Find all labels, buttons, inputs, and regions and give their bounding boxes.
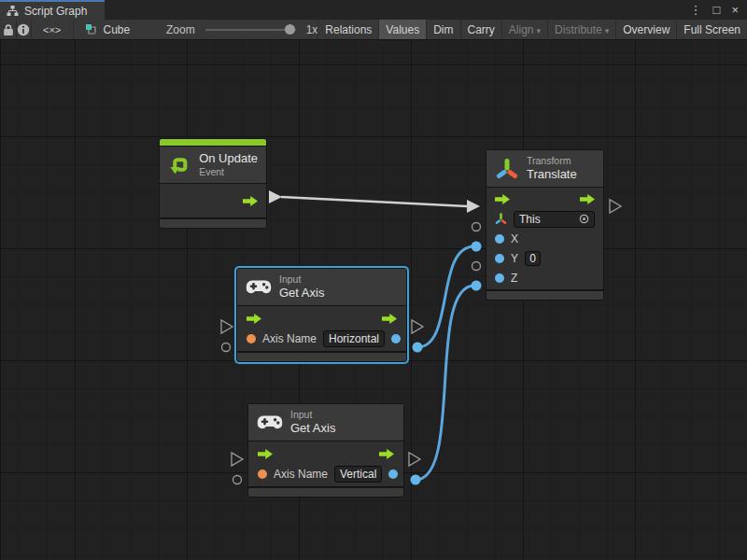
toolbar-button-dim[interactable]: Dim (426, 20, 459, 39)
node-get-axis-vertical[interactable]: Input Get Axis Axis Name V (247, 403, 404, 497)
node-subtitle: Transform (527, 155, 577, 167)
align-label: Align (509, 23, 534, 36)
flow-wire[interactable] (281, 197, 467, 206)
lock-icon (3, 23, 14, 36)
flow-wire-end-arrow (467, 200, 480, 213)
toolbar-button-values[interactable]: Values (378, 20, 426, 39)
port-triangle-getaxis-h-exit[interactable] (412, 320, 423, 333)
lock-button[interactable] (0, 20, 17, 39)
port-triangle-getaxis-h-enter[interactable] (221, 320, 233, 333)
node-footer (160, 219, 266, 228)
axis-name-value: Vertical (340, 468, 376, 481)
graph-canvas[interactable]: On Update Event (0, 40, 747, 560)
node-translate[interactable]: Transform Translate (486, 149, 604, 301)
flow-out-port-icon[interactable] (580, 194, 595, 204)
node-title: On Update (199, 151, 258, 166)
port-dot-translate-x[interactable] (472, 242, 482, 252)
axis-name-value: Horizontal (329, 332, 379, 345)
node-get-axis-horizontal[interactable]: Input Get Axis Axis Name H (236, 268, 407, 362)
result-port[interactable] (391, 334, 401, 343)
port-circle-translate-y[interactable] (472, 262, 481, 271)
axis-name-field[interactable]: Vertical (334, 466, 382, 483)
node-body: Axis Name Horizontal (237, 306, 406, 351)
flow-in-port-icon[interactable] (495, 194, 510, 204)
string-port-axis-name[interactable] (247, 334, 256, 343)
node-header[interactable]: Input Get Axis (237, 269, 406, 305)
tab-script-graph[interactable]: Script Graph (0, 0, 105, 20)
tab-label: Script Graph (24, 5, 87, 18)
wire-horizontal-to-x[interactable] (417, 246, 474, 347)
preferences-button[interactable]: <×> (32, 20, 74, 39)
info-icon (17, 23, 30, 36)
transform-mini-icon (495, 213, 507, 225)
port-circle-getaxis-v-name[interactable] (233, 476, 242, 484)
toolbar-button-relations[interactable]: Relations (317, 20, 378, 39)
event-color-bar (160, 139, 266, 146)
wire-vertical-to-z[interactable] (416, 286, 474, 480)
port-dot-getaxis-v-result[interactable] (411, 475, 421, 485)
distribute-label: Distribute (555, 23, 602, 36)
node-header[interactable]: Transform Translate (486, 150, 603, 187)
port-dot-translate-z[interactable] (472, 281, 482, 291)
relations-label: Relations (325, 23, 372, 36)
port-triangle-getaxis-v-enter[interactable] (232, 453, 243, 466)
toolbar-button-carry[interactable]: Carry (460, 20, 501, 39)
dropdown-arrow-icon: ▾ (605, 26, 610, 35)
node-footer (248, 488, 403, 497)
node-subtitle: Input (279, 273, 324, 286)
carry-label: Carry (468, 23, 495, 36)
node-footer (486, 291, 603, 300)
window-menu-icon[interactable]: ⋮ (686, 4, 706, 16)
port-circle-getaxis-h-name[interactable] (222, 343, 231, 352)
flow-in-port-icon[interactable] (247, 314, 261, 324)
axis-name-field[interactable]: Horizontal (323, 330, 385, 347)
window-close-icon[interactable]: × (727, 4, 742, 16)
self-object-field[interactable]: This (514, 211, 595, 228)
zoom-slider[interactable] (205, 29, 296, 31)
y-value: 0 (529, 252, 536, 265)
toolbar-button-distribute[interactable]: Distribute ▾ (547, 20, 615, 39)
object-picker-icon[interactable] (579, 214, 589, 224)
result-port[interactable] (388, 469, 398, 479)
info-button[interactable] (17, 20, 32, 39)
node-body: Axis Name Vertical (248, 441, 403, 486)
axis-name-label: Axis Name (274, 468, 328, 481)
node-title: Get Axis (290, 421, 335, 436)
node-body (160, 184, 266, 217)
node-subtitle: Event (199, 166, 258, 178)
graph-target-button[interactable]: Cube (74, 20, 144, 39)
toolbar-button-fullscreen[interactable]: Full Screen (676, 20, 747, 39)
graph-target-label: Cube (104, 23, 131, 36)
flow-out-port-icon[interactable] (382, 314, 397, 324)
y-value-field[interactable]: 0 (525, 251, 541, 266)
value-port-y[interactable] (495, 254, 504, 263)
value-port-z[interactable] (495, 273, 504, 283)
node-subtitle: Input (290, 409, 335, 421)
string-port-axis-name[interactable] (258, 469, 267, 479)
script-graph-window: Script Graph ⋮ □ × <×> (0, 0, 747, 560)
value-port-x[interactable] (495, 234, 504, 244)
port-circle-translate-self[interactable] (472, 223, 481, 231)
self-object-value: This (519, 213, 541, 226)
node-header[interactable]: Input Get Axis (248, 404, 403, 441)
flow-in-port-icon[interactable] (258, 449, 273, 459)
port-triangle-translate-exit[interactable] (610, 200, 621, 213)
port-triangle-getaxis-v-exit[interactable] (409, 453, 420, 466)
node-header[interactable]: On Update Event (160, 147, 266, 183)
toolbar-button-align[interactable]: Align ▾ (501, 20, 547, 39)
toolbar-button-overview[interactable]: Overview (615, 20, 676, 39)
code-brackets-icon: <×> (43, 24, 61, 35)
node-body: This X Y 0 (486, 188, 603, 289)
window-maximize-icon[interactable]: □ (710, 4, 725, 16)
on-update-loop-icon (168, 153, 191, 177)
flow-out-port-icon[interactable] (379, 449, 394, 459)
dropdown-arrow-icon: ▾ (537, 26, 542, 35)
flow-out-port-icon[interactable] (243, 196, 258, 206)
port-dot-getaxis-h-result[interactable] (413, 343, 423, 353)
zoom-label: Zoom (166, 23, 195, 36)
axis-name-label: Axis Name (262, 332, 317, 345)
zoom-slider-handle[interactable] (285, 24, 295, 35)
node-title: Translate (527, 167, 577, 182)
node-on-update[interactable]: On Update Event (159, 138, 267, 229)
node-footer (237, 353, 406, 361)
